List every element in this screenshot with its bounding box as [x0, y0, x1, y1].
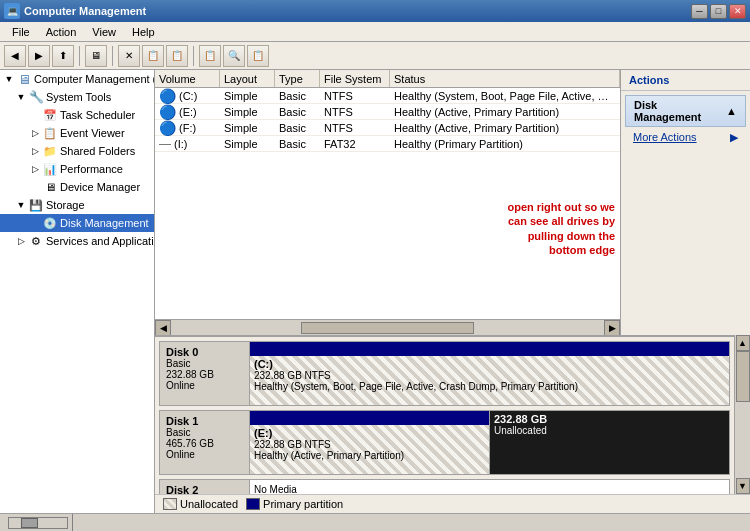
h-scrollbar[interactable]: ◀ ▶ [155, 319, 620, 335]
sidebar-item-task-scheduler[interactable]: ▷ 📅 Task Scheduler [0, 106, 154, 124]
event-expand[interactable]: ▷ [28, 126, 42, 140]
v-scroll-thumb[interactable] [736, 351, 750, 402]
disk1-blue-bar1 [250, 411, 489, 425]
toolbar: ◀ ▶ ⬆ 🖥 ✕ 📋 📋 📋 🔍 📋 [0, 42, 750, 70]
disk0-label: Disk 0 Basic 232.88 GB Online [160, 342, 250, 405]
shared-expand[interactable]: ▷ [28, 144, 42, 158]
v-scroll-down-btn[interactable]: ▼ [736, 478, 750, 494]
tb-btn3[interactable]: ✕ [118, 45, 140, 67]
sidebar-item-shared-folders[interactable]: ▷ 📁 Shared Folders [0, 142, 154, 160]
right-panel: Volume Layout Type File System Status [155, 70, 750, 513]
sidebar-item-performance[interactable]: ▷ 📊 Performance [0, 160, 154, 178]
disk2-name: Disk 2 [166, 484, 243, 494]
h-scroll-track[interactable] [171, 322, 604, 334]
col-type[interactable]: Type [275, 70, 320, 87]
event-label: Event Viewer [60, 127, 125, 139]
sidebar-item-storage[interactable]: ▼ 💾 Storage [0, 196, 154, 214]
disk0-partition-content: (C:) 232.88 GB NTFS Healthy (System, Boo… [250, 356, 729, 405]
v-scrollbar[interactable]: ▲ ▼ [734, 335, 750, 494]
sidebar-item-event-viewer[interactable]: ▷ 📋 Event Viewer [0, 124, 154, 142]
column-headers: Volume Layout Type File System Status [155, 70, 620, 88]
col-status[interactable]: Status [390, 70, 620, 87]
vol-icon-0: 🔵 [159, 88, 176, 104]
tb-sep3 [193, 46, 194, 66]
type-3: Basic [275, 138, 320, 150]
disk0-partition-size: 232.88 GB NTFS [254, 370, 725, 381]
root-expand[interactable]: ▼ [2, 72, 16, 86]
disk0-size: 232.88 GB [166, 369, 243, 380]
tb-sep2 [112, 46, 113, 66]
disk1-partition1[interactable]: (E:) 232.88 GB NTFS Healthy (Active, Pri… [250, 411, 490, 474]
disk1-partition2[interactable]: 232.88 GB Unallocated [490, 411, 729, 474]
disk2-entry: Disk 2 Removable (G:) No Media [159, 479, 730, 494]
col-layout[interactable]: Layout [220, 70, 275, 87]
computer-icon: 🖥 [16, 71, 32, 87]
layout-2: Simple [220, 122, 275, 134]
storage-icon: 💾 [28, 197, 44, 213]
system-tools-label: System Tools [46, 91, 111, 103]
menu-action[interactable]: Action [38, 24, 85, 40]
vol-icon-1: 🔵 [159, 104, 176, 120]
more-actions-arrow: ▶ [730, 131, 738, 144]
tb-btn5[interactable]: 📋 [166, 45, 188, 67]
tb-btn6[interactable]: 📋 [199, 45, 221, 67]
scroll-right-btn[interactable]: ▶ [604, 320, 620, 336]
scroll-left-btn[interactable]: ◀ [155, 320, 171, 336]
minimize-button[interactable]: ─ [691, 4, 708, 19]
disk-mgmt-label: Disk Management [60, 217, 149, 229]
storage-expand[interactable]: ▼ [14, 198, 28, 212]
table-row[interactable]: — (I:) Simple Basic FAT32 Healthy (Prima… [155, 136, 620, 152]
menu-file[interactable]: File [4, 24, 38, 40]
task-icon: 📅 [42, 107, 58, 123]
sidebar-item-device-manager[interactable]: ▷ 🖥 Device Manager [0, 178, 154, 196]
fs-3: FAT32 [320, 138, 390, 150]
vol-icon-2: 🔵 [159, 120, 176, 136]
table-row[interactable]: 🔵 (E:) Simple Basic NTFS Healthy (Active… [155, 104, 620, 120]
actions-expand-icon: ▲ [726, 105, 737, 117]
sidebar-item-disk-management[interactable]: ▷ 💿 Disk Management [0, 214, 154, 232]
col-fs[interactable]: File System [320, 70, 390, 87]
tb-show-hide[interactable]: 🖥 [85, 45, 107, 67]
event-icon: 📋 [42, 125, 58, 141]
tb-up[interactable]: ⬆ [52, 45, 74, 67]
type-2: Basic [275, 122, 320, 134]
h-scroll-thumb[interactable] [301, 322, 474, 334]
actions-header: Actions [621, 70, 750, 91]
menu-bar: File Action View Help [0, 22, 750, 42]
tb-back[interactable]: ◀ [4, 45, 26, 67]
v-scroll-up-btn[interactable]: ▲ [736, 335, 750, 351]
services-expand[interactable]: ▷ [14, 234, 28, 248]
legend-primary: Primary partition [246, 498, 343, 510]
perf-label: Performance [60, 163, 123, 175]
disk-list-area: Volume Layout Type File System Status [155, 70, 620, 335]
table-row[interactable]: 🔵 (F:) Simple Basic NTFS Healthy (Active… [155, 120, 620, 136]
perf-icon: 📊 [42, 161, 58, 177]
layout-3: Simple [220, 138, 275, 150]
system-tools-expand[interactable]: ▼ [14, 90, 28, 104]
tree-root[interactable]: ▼ 🖥 Computer Management (Loca [0, 70, 154, 88]
tb-btn8[interactable]: 📋 [247, 45, 269, 67]
sidebar-item-system-tools[interactable]: ▼ 🔧 System Tools [0, 88, 154, 106]
h-scroll-mini[interactable] [8, 517, 68, 529]
actions-section-title[interactable]: Disk Management ▲ [625, 95, 746, 127]
window-title: Computer Management [24, 5, 146, 17]
close-button[interactable]: ✕ [729, 4, 746, 19]
disk0-partition[interactable]: (C:) 232.88 GB NTFS Healthy (System, Boo… [250, 342, 729, 405]
col-volume[interactable]: Volume [155, 70, 220, 87]
menu-help[interactable]: Help [124, 24, 163, 40]
status-left [4, 514, 73, 531]
vol-label-3: (I:) [174, 138, 187, 150]
tb-btn7[interactable]: 🔍 [223, 45, 245, 67]
table-row[interactable]: 🔵 (C:) Simple Basic NTFS Healthy (System… [155, 88, 620, 104]
sidebar-item-services[interactable]: ▷ ⚙ Services and Applications [0, 232, 154, 250]
perf-expand[interactable]: ▷ [28, 162, 42, 176]
tb-btn4[interactable]: 📋 [142, 45, 164, 67]
disk2-label: Disk 2 Removable (G:) [160, 480, 250, 494]
actions-panel: Actions Disk Management ▲ More Actions ▶ [620, 70, 750, 335]
app-icon: 💻 [4, 3, 20, 19]
more-actions-link[interactable]: More Actions ▶ [621, 129, 750, 145]
v-scroll-track[interactable] [735, 351, 750, 478]
menu-view[interactable]: View [84, 24, 124, 40]
maximize-button[interactable]: □ [710, 4, 727, 19]
tb-forward[interactable]: ▶ [28, 45, 50, 67]
